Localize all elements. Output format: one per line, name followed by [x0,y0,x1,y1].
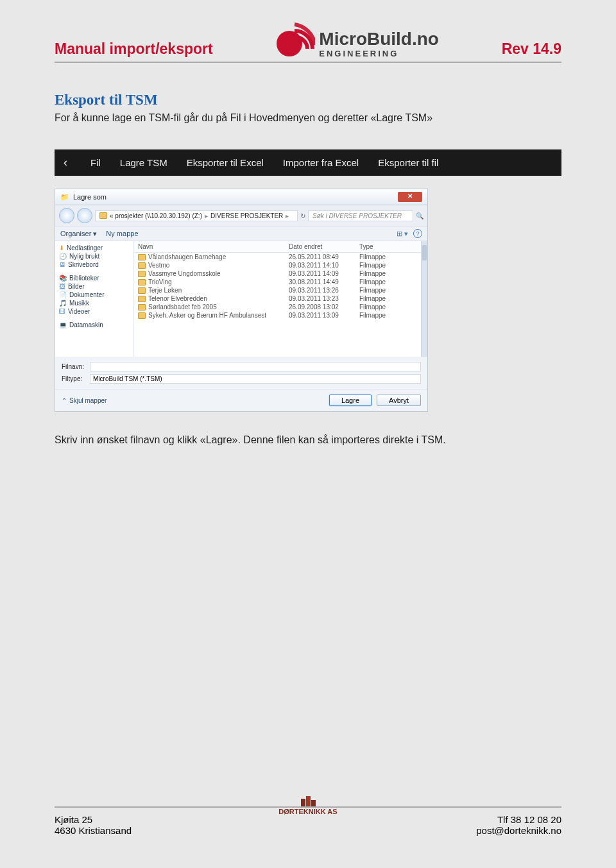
search-input[interactable]: Søk i DIVERSE PROSJEKTER [308,210,413,221]
folder-icon [138,287,146,294]
table-row[interactable]: Vestmo09.03.2011 14:10Filmappe [134,261,421,269]
save-dialog: 📁 Lagre som ✕ « prosjekter (\\10.20.30.1… [55,189,428,412]
footer-email: post@dorteknikk.no [338,825,561,836]
sidebar-item[interactable]: 💻Datamaskin [59,321,130,329]
section-title: Eksport til TSM [55,92,561,108]
filetype-select[interactable] [90,374,421,384]
footer-address-2: 4630 Kristiansand [55,825,278,836]
chevron-right-icon: ▸ [286,212,289,219]
svg-point-0 [277,31,302,56]
folder-icon [138,271,146,277]
dialog-footer: ⌃ Skjul mapper Lagre Avbryt [55,389,427,411]
footer-logo: DØRTEKNIKK AS [278,795,337,815]
file-list: Navn Dato endret Type Vålandshaugen Barn… [134,241,421,357]
page-footer: Kjøita 25 4630 Kristiansand DØRTEKNIKK A… [55,806,561,836]
folder-icon [138,262,146,269]
menu-eksporter-excel[interactable]: Eksporter til Excel [187,157,264,168]
table-row[interactable]: Vassmyre Ungdomsskole09.03.2011 14:09Fil… [134,269,421,278]
sidebar-item[interactable]: 🖼Bilder [59,282,130,291]
folder-icon [138,296,146,302]
sidebar-item[interactable]: 📚Biblioteker [59,274,130,282]
nav-back-button[interactable] [59,208,74,223]
col-type[interactable]: Type [359,243,417,250]
breadcrumb-1: DIVERSE PROSJEKTER [210,212,283,219]
refresh-icon[interactable]: ↻ [300,212,305,219]
microbuild-logo-icon [275,19,315,58]
menu-importer-excel[interactable]: Importer fra Excel [283,157,359,168]
sidebar-item[interactable]: 📄Dokumenter [59,291,130,299]
menu-eksporter-fil[interactable]: Eksporter til fil [378,157,438,168]
dialog-body: ⬇Nedlastinger 🕘Nylig brukt 🖥Skrivebord 📚… [55,241,427,357]
filename-fields: Filnavn: Filtype: [55,357,427,389]
app-menubar: ‹ Fil Lagre TSM Eksporter til Excel Impo… [55,149,561,176]
cancel-button[interactable]: Avbryt [377,395,421,406]
table-row[interactable]: Vålandshaugen Barnehage26.05.2011 08:49F… [134,253,421,261]
filename-input[interactable] [90,362,421,371]
folder-icon [99,212,107,219]
search-icon: 🔍 [416,212,424,219]
new-folder-button[interactable]: Ny mappe [106,230,138,238]
chevron-up-icon: ⌃ [62,397,67,404]
nav-forward-button[interactable] [77,208,92,223]
svg-rect-2 [306,796,311,806]
page-header: Manual import/eksport MicroBuild.no ENGI… [55,19,561,63]
close-button[interactable]: ✕ [398,192,422,202]
footer-address-1: Kjøita 25 [55,814,278,825]
instruction-text: Skriv inn ønsket filnavn og klikk «Lagre… [55,434,561,446]
breadcrumb[interactable]: « prosjekter (\\10.20.30.192) (Z:) ▸ DIV… [95,210,298,221]
filetype-label: Filtype: [62,375,90,382]
sidebar-item[interactable]: 🎞Videoer [59,307,130,316]
footer-logo-text: DØRTEKNIKK AS [278,808,337,815]
sidebar-item[interactable]: ⬇Nedlastinger [59,244,130,252]
doc-revision: Rev 14.9 [502,40,561,58]
sidebar: ⬇Nedlastinger 🕘Nylig brukt 🖥Skrivebord 📚… [55,241,134,357]
menu-lagre-tsm[interactable]: Lagre TSM [120,157,167,168]
breadcrumb-0: « prosjekter (\\10.20.30.192) (Z:) [110,212,202,219]
section-intro: For å kunne lage en TSM-fil går du på Fi… [55,112,561,124]
folder-icon [138,312,146,319]
folder-icon [138,279,146,285]
chevron-right-icon: ▸ [205,212,208,219]
table-row[interactable]: Sykeh. Asker og Bærum HF Ambulansest09.0… [134,311,421,319]
folder-icon [138,254,146,260]
dorteknikk-logo-icon [298,795,318,808]
folder-icon: 📁 [60,193,69,201]
menubar-caret-icon: ‹ [64,156,67,169]
dialog-titlebar: 📁 Lagre som ✕ [55,189,427,205]
dialog-toolbar: Organiser ▾ Ny mappe ⊞ ▾ ? [55,226,427,241]
organize-menu[interactable]: Organiser ▾ [60,230,97,238]
hide-folders-link[interactable]: ⌃ Skjul mapper [62,397,107,404]
svg-rect-3 [311,800,316,806]
scrollbar[interactable] [421,241,427,357]
table-row[interactable]: Telenor Elvebredden09.03.2011 13:23Filma… [134,294,421,303]
footer-phone: Tlf 38 12 08 20 [338,814,561,825]
help-icon[interactable]: ? [413,229,422,238]
sidebar-item[interactable]: 🎵Musikk [59,299,130,307]
sidebar-item[interactable]: 🖥Skrivebord [59,260,130,269]
table-row[interactable]: Sørlandsbadet feb 200526.09.2008 13:02Fi… [134,303,421,311]
save-button[interactable]: Lagre [329,395,372,406]
dialog-nav: « prosjekter (\\10.20.30.192) (Z:) ▸ DIV… [55,205,427,226]
folder-icon [138,304,146,311]
dialog-title: Lagre som [73,193,107,201]
doc-title: Manual import/eksport [55,40,213,58]
col-name[interactable]: Navn [138,243,289,250]
filename-label: Filnavn: [62,363,90,370]
view-options-icon[interactable]: ⊞ ▾ [397,230,408,238]
logo-main-text: MicroBuild.no [319,30,439,48]
table-row[interactable]: TrioVing30.08.2011 14:49Filmappe [134,278,421,286]
sidebar-item[interactable]: 🕘Nylig brukt [59,252,130,260]
table-row[interactable]: Terje Løken09.03.2011 13:26Filmappe [134,286,421,294]
col-date[interactable]: Dato endret [289,243,359,250]
logo-sub-text: ENGINEERING [319,49,439,58]
file-list-header: Navn Dato endret Type [134,241,421,253]
menu-fil[interactable]: Fil [90,157,101,168]
svg-rect-1 [301,799,305,806]
logo: MicroBuild.no ENGINEERING [275,19,439,58]
